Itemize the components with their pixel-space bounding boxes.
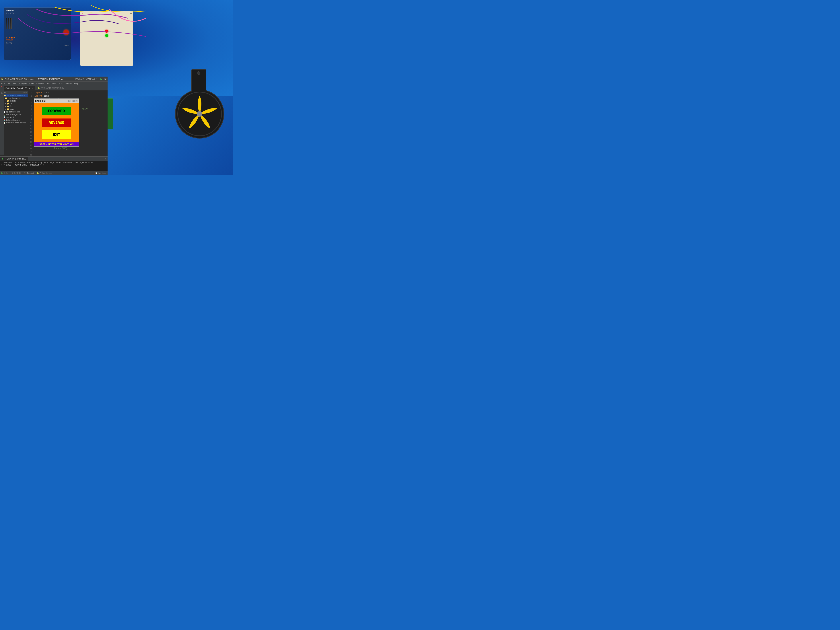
reverse-button[interactable]: REVERSE <box>42 118 71 127</box>
tree-item-scripts[interactable]: ▶ 📁 Scripts <box>0 105 28 108</box>
code-line-20: 20 <box>28 150 107 153</box>
run-bar-run-label: 4: Run <box>4 172 9 174</box>
tree-item-cfg[interactable]: 📄 pyvenv.cfg <box>0 116 28 119</box>
menu-bar: File Edit View Navigate Code Refactor Ru… <box>0 82 107 86</box>
run-bar-tab-eventlog[interactable]: 📋 Event Log <box>95 172 107 174</box>
folder-root-icon: 📁 <box>4 95 6 96</box>
header-tab-label[interactable]: PYCHARM_EXAMPLES ▼ <box>74 77 99 81</box>
tree-pyfile-label: PYCHARM_EXAM... <box>6 114 23 115</box>
menu-code[interactable]: Code <box>29 82 34 85</box>
folder-include-icon: 📁 <box>7 100 9 102</box>
run-bar-tab-python[interactable]: 🐍 Python Console <box>36 172 53 174</box>
code-line-1: 1 import serial <box>28 91 107 95</box>
settings-run-icon[interactable]: ⚙ <box>104 158 107 160</box>
motor-battery <box>191 69 206 91</box>
close-tab-icon[interactable]: ✕ <box>32 87 33 89</box>
run-bar-tab-todo[interactable]: ☑ 6: TODO <box>11 172 22 174</box>
header-file: PYCHARM_EXAMPLES.py <box>38 78 63 80</box>
menu-tools[interactable]: Tools <box>52 82 57 85</box>
tree-item-pip[interactable]: 📄 pip-selfcheck.json <box>0 111 28 113</box>
wheel-fan <box>175 89 224 139</box>
gui-body: FORWARD REVERSE EXIT <box>34 103 79 142</box>
left-panel-icon-1[interactable]: ▶ <box>1 82 3 85</box>
left-panel-icon-2[interactable]: ■ <box>1 85 3 88</box>
pycharm-logo: 🐍 <box>1 78 3 80</box>
folder-share-icon: 📁 <box>7 108 9 110</box>
menu-vcs[interactable]: VCS <box>59 82 63 85</box>
tree-pip-label: pip-selfcheck.json <box>6 111 20 113</box>
run-output-line-2: >>> XBEE + MOTOR CTRL - PROGRAM <<< <box>2 164 106 166</box>
menu-view[interactable]: View <box>13 82 17 85</box>
ide-header-bar: 🐍 PYCHARM_EXAMPLES › venv › PYCHARM_EXAM… <box>0 77 107 82</box>
tree-item-include[interactable]: ▶ 📁 Include <box>0 99 28 102</box>
tree-scratches-label: Scratches and Consoles <box>6 122 26 124</box>
gui-footer: XBEE + MOTOR CTRL - PYTHON <box>34 142 79 146</box>
folder-lib-icon: 📁 <box>7 103 9 105</box>
tree-lib-label: Lib <box>10 103 12 105</box>
tree-share-label: share <box>10 108 14 110</box>
menu-window[interactable]: Window <box>65 82 72 85</box>
chevron-right-icon-4: ▶ <box>5 106 6 107</box>
run-tab-label: PYCHARM_EXAMPLES <box>4 158 26 160</box>
code-line-2: 2 import time <box>28 95 107 98</box>
run-bar: ▶ 4: Run ☑ 6: TODO ⬛ Terminal 🐍 Python C… <box>0 171 107 175</box>
code-line-18: 18 LED -> ON") <box>28 147 107 150</box>
run-bar-tab-run[interactable]: ▶ 4: Run <box>1 172 9 174</box>
tree-item-scratches[interactable]: ▶ 📝 Scratches and Consoles <box>0 122 28 124</box>
tree-item-pyfile[interactable]: 🐍 PYCHARM_EXAM... <box>0 113 28 116</box>
run-bar-run-icon: ▶ <box>2 172 3 174</box>
exit-button[interactable]: EXIT <box>42 130 71 139</box>
terminal-icon: ⬛ <box>24 172 27 174</box>
sidebar-gear-icon[interactable]: ⚙ <box>25 92 27 93</box>
run-tabs: PYCHARM_EXAMPLES ⚙ <box>0 156 107 161</box>
python-file-icon-2: 🐍 <box>38 87 40 89</box>
menu-edit[interactable]: Edit <box>7 82 10 85</box>
menu-refactor[interactable]: Refactor <box>36 82 44 85</box>
tree-item-lib[interactable]: ▶ 📁 Lib <box>0 102 28 105</box>
stop-icon-header[interactable]: ■ <box>104 78 106 80</box>
arduino-board: ARDUINO MEGA 2560 ⊕ MEGA ARDUINO DIGITAL… <box>4 7 71 60</box>
sidebar-settings-icon[interactable]: ⚙ <box>23 92 25 93</box>
close-button[interactable]: ✕ <box>75 100 78 102</box>
forward-button[interactable]: FORWARD <box>42 107 71 115</box>
menu-help[interactable]: Help <box>74 82 78 85</box>
chevron-right-icon-2: ▶ <box>5 100 6 102</box>
left-panel-icon-4[interactable]: 🖨 <box>1 92 3 94</box>
menu-run[interactable]: Run <box>46 82 50 85</box>
tree-include-label: Include <box>10 100 16 102</box>
left-edge-panel: ▶ ■ ⬇ 🖨 <box>0 82 4 155</box>
run-bar-tab-terminal[interactable]: ⬛ Terminal <box>24 172 35 174</box>
file-tab-label: PYCHARM_EXAMPLES.py <box>5 87 30 89</box>
gui-window: BASIC GUI _ □ ✕ FORWARD REVERSE EXIT XBE… <box>34 98 79 147</box>
project-sidebar: 📁 Pr... ⚙ ⚙ ▼ 📁 PYCHARM_EXAMPLES ▶ 📁 ven… <box>0 90 28 156</box>
tree-item-share[interactable]: ▶ 📁 share <box>0 108 28 111</box>
folder-scripts-icon: 📁 <box>7 105 9 107</box>
gui-titlebar: BASIC GUI _ □ ✕ <box>34 99 79 103</box>
run-icon-header[interactable]: ▶ <box>100 77 103 81</box>
python-console-icon: 🐍 <box>37 172 39 174</box>
file-tab-secondary[interactable]: 🐍 PYCHARM_EXAMPLES.py <box>35 86 68 90</box>
chevron-right-icon-3: ▶ <box>5 103 6 104</box>
todo-icon: ☑ <box>12 172 14 174</box>
code-line-28: 28 <box>28 153 107 156</box>
tree-item-venv[interactable]: ▶ 📁 venv library root <box>0 97 28 99</box>
file-tab-label-2: PYCHARM_EXAMPLES.py <box>41 87 65 89</box>
sidebar-header: 📁 Pr... ⚙ ⚙ <box>0 91 28 94</box>
tree-ext-label: External Libraries <box>6 119 21 121</box>
tree-item-root[interactable]: ▼ 📁 PYCHARM_EXAMPLES <box>0 94 28 97</box>
maximize-button[interactable]: □ <box>72 100 74 102</box>
run-tab-run[interactable]: PYCHARM_EXAMPLES <box>0 156 28 161</box>
gui-title-buttons: _ □ ✕ <box>68 100 78 102</box>
breadboard: + — <box>80 11 133 66</box>
file-tab-main[interactable]: 🐍 PYCHARM_EXAMPLES.py ✕ <box>0 86 35 90</box>
tree-cfg-label: pyvenv.cfg <box>6 116 14 118</box>
header-project-name: PYCHARM_EXAMPLES <box>5 78 27 80</box>
minimize-button[interactable]: _ <box>68 100 71 102</box>
tree-item-ext-libs[interactable]: ▶ 📚 External Libraries <box>0 119 28 122</box>
menu-navigate[interactable]: Navigate <box>19 82 27 85</box>
gui-footer-label: XBEE + MOTOR CTRL - PYTHON <box>39 143 74 146</box>
left-panel-icon-3[interactable]: ⬇ <box>1 88 3 91</box>
header-env: venv <box>30 78 35 80</box>
run-bar-python-label: Python Console <box>39 172 52 174</box>
gui-title-label: BASIC GUI <box>35 100 46 102</box>
